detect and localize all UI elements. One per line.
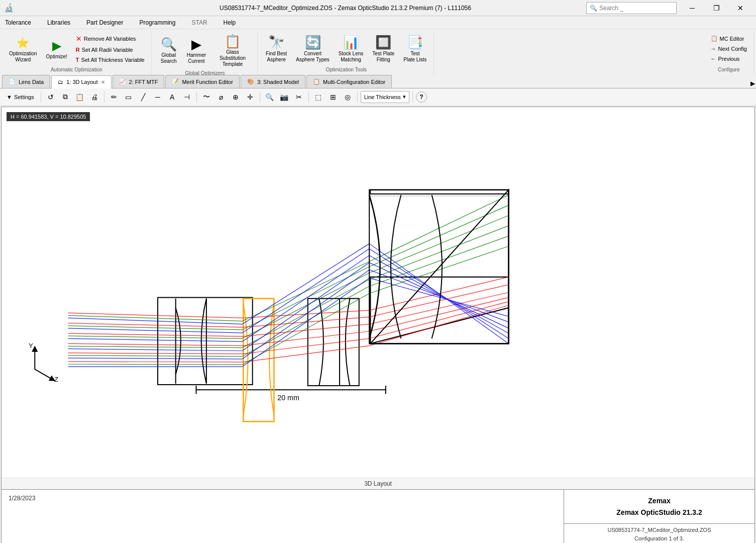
tab-3d-layout[interactable]: 🗂 1: 3D Layout ✕	[51, 75, 111, 88]
tab-fft-label: 2: FFT MTF	[129, 79, 158, 85]
tab-lens-data-icon: 📄	[9, 78, 16, 85]
ribbon-configure-items: 📋 MC Editor → Next Config ← Previous	[708, 31, 749, 66]
configure-label: Configure	[718, 67, 739, 72]
optimization-wizard-icon: ⭐	[15, 35, 31, 51]
field-button[interactable]: ⊕	[229, 90, 242, 104]
line-thickness-dropdown[interactable]: Line Thickness ▾	[361, 91, 409, 103]
snapshot-button[interactable]: 📷	[278, 90, 291, 104]
info-date: 1/28/2023	[2, 490, 564, 543]
remove-all-vars-button[interactable]: ✕ Remove All Variables	[73, 33, 147, 44]
search-input[interactable]	[599, 5, 670, 12]
tab-3d-icon: 🗂	[58, 79, 63, 85]
copy-button[interactable]: ⧉	[59, 90, 72, 104]
ribbon: ⭐ OptimizationWizard ▶ Optimize! ✕ Remov…	[0, 29, 756, 74]
svg-text:20 mm: 20 mm	[277, 394, 299, 402]
tab-merit-fn[interactable]: 📝 Merit Function Editor	[165, 75, 239, 88]
menu-star[interactable]: STAR	[188, 16, 210, 29]
edit-button[interactable]: ✏	[107, 90, 121, 104]
optimization-wizard-button[interactable]: ⭐ OptimizationWizard	[6, 33, 40, 65]
tab-fft-icon: 📈	[119, 78, 126, 85]
line-thickness-label: Line Thickness	[364, 94, 401, 100]
settings-dropdown[interactable]: ▼ Settings	[3, 93, 38, 102]
tab-scroll-right[interactable]: ▶	[749, 79, 756, 88]
optimize-button[interactable]: ▶ Optimize!	[43, 36, 70, 62]
menu-tolerance[interactable]: Tolerance	[2, 16, 34, 29]
line-thickness-chevron: ▾	[403, 94, 406, 100]
menu-help[interactable]: Help	[221, 16, 239, 29]
target-button[interactable]: ◎	[341, 90, 354, 104]
tab-3d-close[interactable]: ✕	[101, 79, 105, 85]
stock-lens-button[interactable]: 📊 Stock LensMatching	[336, 33, 366, 65]
minimize-button[interactable]: ─	[681, 0, 704, 16]
ribbon-group-opt-tools: 🔭 Find BestAsphere 🔄 ConvertAsphere Type…	[259, 31, 434, 74]
title-text: US08531774-7_MCeditor_Optimized.ZOS - Ze…	[104, 5, 586, 12]
convert-asphere-button[interactable]: 🔄 ConvertAsphere Types	[293, 33, 333, 65]
search-icon: 🔍	[590, 5, 597, 12]
toolbar-sep-1	[41, 92, 41, 103]
remove-vars-icon: ✕	[76, 35, 82, 43]
title-bar: 🔬 US08531774-7_MCeditor_Optimized.ZOS - …	[0, 0, 756, 16]
maximize-button[interactable]: ❐	[705, 0, 728, 16]
ribbon-group-items: ⭐ OptimizationWizard ▶ Optimize! ✕ Remov…	[6, 31, 147, 66]
tab-merit-icon: 📝	[172, 78, 179, 85]
global-search-button[interactable]: 🔍 GlobalSearch	[157, 34, 181, 66]
grid-button[interactable]: ⊞	[327, 90, 340, 104]
ribbon-small-group-vars: ✕ Remove All Variables R Set All Radii V…	[73, 33, 147, 64]
toolbar-sep-2	[104, 92, 104, 103]
menu-part-designer[interactable]: Part Designer	[83, 16, 126, 29]
mc-editor-button[interactable]: 📋 MC Editor	[708, 34, 749, 43]
set-thickness-icon: T	[76, 57, 79, 63]
set-radii-button[interactable]: R Set All Radii Variable	[73, 45, 147, 54]
convert-asphere-label: ConvertAsphere Types	[296, 51, 330, 63]
stock-lens-icon: 📊	[343, 35, 359, 51]
clip-button[interactable]: ✂	[292, 90, 305, 104]
frame-button[interactable]: ⬚	[312, 90, 325, 104]
info-company-block: Zemax Zemax OpticStudio 21.3.2	[564, 490, 754, 523]
text-button[interactable]: A	[166, 90, 179, 104]
next-config-button[interactable]: → Next Config	[708, 44, 749, 53]
find-asphere-button[interactable]: 🔭 Find BestAsphere	[263, 33, 290, 65]
ribbon-group-auto-opt-label: Automatic Optimization	[51, 67, 102, 72]
search-box[interactable]: 🔍	[586, 2, 677, 14]
print-button[interactable]: 🖨	[88, 90, 101, 104]
wave-button[interactable]: 〜	[200, 90, 213, 104]
refresh-button[interactable]: ↺	[44, 90, 57, 104]
tab-multi-icon: 📋	[313, 78, 320, 85]
hline-button[interactable]: ─	[151, 90, 164, 104]
tab-shaded-model[interactable]: 🎨 3: Shaded Model	[241, 75, 305, 88]
tab-lens-data-label: Lens Data	[19, 79, 44, 85]
tab-merit-label: Merit Function Editor	[182, 79, 233, 85]
test-plate-fit-button[interactable]: 🔲 Test PlateFitting	[369, 33, 397, 65]
test-plate-list-icon: 📑	[407, 35, 423, 51]
menu-libraries[interactable]: Libraries	[44, 16, 73, 29]
find-asphere-label: Find BestAsphere	[266, 51, 287, 63]
help-button[interactable]: ?	[416, 92, 427, 103]
zoom-button[interactable]: 🔍	[263, 90, 276, 104]
info-right: Zemax Zemax OpticStudio 21.3.2 US0853177…	[564, 490, 754, 543]
optimization-wizard-label: OptimizationWizard	[9, 51, 37, 63]
close-button[interactable]: ✕	[729, 0, 752, 16]
lens-button[interactable]: ⌀	[214, 90, 228, 104]
glass-sub-label: Glass SubstitutionTemplate	[215, 49, 250, 67]
copy2-button[interactable]: 📋	[73, 90, 86, 104]
toolbar-sep-4	[260, 92, 260, 103]
set-thickness-button[interactable]: T Set All Thickness Variable	[73, 55, 147, 64]
move-button[interactable]: ✛	[244, 90, 257, 104]
config-info: Configuration 1 of 3.	[568, 534, 750, 543]
toolbar-sep-5	[308, 92, 309, 103]
tab-multi-config[interactable]: 📋 Multi-Configuration Editor	[306, 75, 392, 88]
layout-canvas: 20 mm Y Z	[2, 107, 754, 478]
rect-button[interactable]: ▭	[122, 90, 135, 104]
hammer-current-button[interactable]: ▶ HammerCurrent	[184, 34, 209, 66]
tab-fft-mtf[interactable]: 📈 2: FFT MTF	[113, 75, 165, 88]
hmark-button[interactable]: ⊣	[180, 90, 193, 104]
glass-sub-button[interactable]: 📋 Glass SubstitutionTemplate	[212, 31, 253, 69]
menu-programming[interactable]: Programming	[136, 16, 178, 29]
title-controls: ─ ❐ ✕	[681, 0, 752, 16]
tab-shaded-label: 3: Shaded Model	[257, 79, 299, 85]
test-plate-list-button[interactable]: 📑 TestPlate Lists	[400, 33, 429, 65]
line-button[interactable]: ╱	[137, 90, 150, 104]
previous-config-button[interactable]: ← Previous	[708, 54, 749, 63]
tab-lens-data[interactable]: 📄 Lens Data	[2, 75, 50, 88]
main-area: H = 60.941583, V = 10.829505 20 mm Y Z	[1, 107, 755, 543]
